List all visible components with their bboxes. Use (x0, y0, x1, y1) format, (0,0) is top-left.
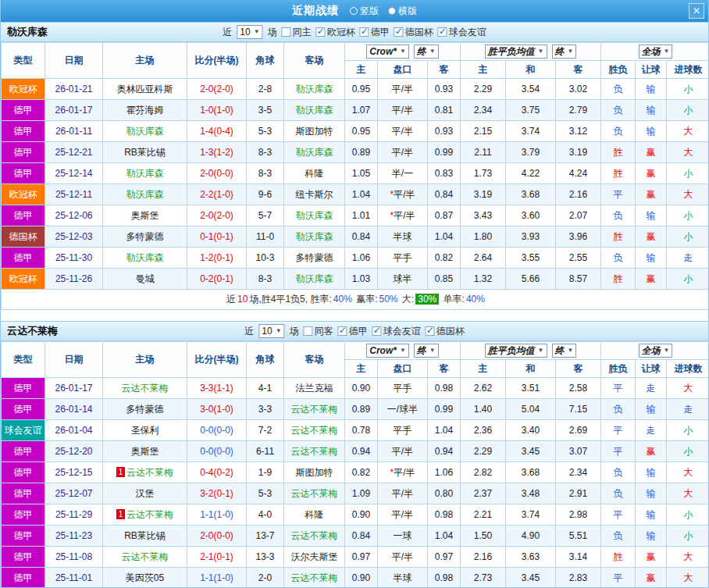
summary-segment: 40% (466, 294, 485, 305)
corners: 1-9 (247, 462, 284, 483)
home-team[interactable]: 奥林匹亚科斯 (103, 79, 187, 100)
home-team[interactable]: 曼城 (103, 269, 187, 290)
filter-checkbox[interactable]: 德甲 (360, 26, 390, 39)
away-team[interactable]: 法兰克福 (284, 378, 345, 399)
away-team[interactable]: 云达不莱梅 (284, 420, 345, 441)
odds-company-select[interactable]: Crow*▼ (366, 344, 409, 358)
scope-select[interactable]: 全场▼ (639, 45, 673, 59)
radio-horizontal-layout[interactable]: 横版 (388, 5, 417, 18)
corners: 3-3 (247, 399, 284, 420)
away-team[interactable]: 云达不莱梅 (284, 399, 345, 420)
filter-checkbox[interactable]: 球会友谊 (438, 26, 486, 39)
away-team[interactable]: 多特蒙德 (284, 248, 345, 269)
col-home: 主场 (103, 342, 187, 378)
asian-home-odds: 0.89 (345, 142, 378, 163)
radio-vertical-layout[interactable]: 竖版 (350, 5, 379, 18)
filter-checkbox[interactable]: 德甲 (338, 325, 368, 338)
away-team[interactable]: 斯图加特 (284, 462, 345, 483)
europe-home-odds: 1.80 (461, 226, 506, 248)
europe-avg-select[interactable]: 胜平负均值▼ (485, 344, 547, 358)
home-team[interactable]: 霍芬海姆 (103, 100, 187, 121)
away-team[interactable]: 纽卡斯尔 (284, 184, 345, 205)
away-team[interactable]: 云达不莱梅 (284, 483, 345, 504)
match-row: 球会友谊26-01-04圣保利0-0(0-0)7-2云达不莱梅0.78平手1.0… (2, 420, 709, 441)
europe-time-select[interactable]: 终▼ (552, 45, 577, 59)
home-team[interactable]: 圣保利 (103, 420, 187, 441)
league-badge: 德甲 (2, 483, 45, 504)
asian-home-odds: 1.03 (345, 269, 378, 290)
radio-icon (350, 7, 358, 15)
home-team[interactable]: 多特蒙德 (103, 226, 187, 248)
home-team[interactable]: 勒沃库森 (103, 121, 187, 142)
red-card-badge: 1 (116, 467, 125, 477)
home-team[interactable]: 汉堡 (103, 483, 187, 504)
corners: 7-2 (247, 420, 284, 441)
odds-company-select[interactable]: Crow*▼ (366, 45, 409, 59)
match-row: 德甲26-01-11勒沃库森1-4(0-4)5-3斯图加特0.95平/半0.93… (2, 121, 709, 142)
scope-select[interactable]: 全场▼ (639, 344, 673, 358)
away-team[interactable]: 云达不莱梅 (284, 441, 345, 462)
filter-checkbox[interactable]: 球会友谊 (372, 325, 421, 338)
asian-home-odds: 0.95 (345, 79, 378, 100)
home-team[interactable]: 多特蒙德 (103, 399, 187, 420)
close-icon[interactable]: ✕ (689, 3, 704, 19)
recent-count-select[interactable]: 10▼ (237, 25, 262, 39)
away-team[interactable]: 沃尔夫斯堡 (284, 547, 345, 568)
checkbox-icon (316, 27, 326, 37)
filter-checkbox[interactable]: 同主 (282, 26, 312, 39)
away-team[interactable]: 云达不莱梅 (284, 526, 345, 547)
match-row: 德甲25-12-14勒沃库森2-0(0-0)8-3科隆1.05半/一0.831.… (2, 163, 709, 184)
asian-handicap: 平/半 (378, 142, 428, 163)
filter-checkbox[interactable]: 德国杯 (426, 325, 465, 338)
col-asia-away: 客 (428, 360, 461, 378)
europe-draw-odds: 3.48 (506, 483, 556, 504)
home-team[interactable]: 勒沃库森 (103, 163, 187, 184)
home-team[interactable]: 1云达不莱梅 (103, 504, 187, 526)
recent-count-select[interactable]: 10▼ (258, 324, 284, 338)
europe-odds-header: 胜平负均值▼ 终▼ (461, 342, 601, 360)
match-date: 25-12-14 (45, 163, 103, 184)
away-team[interactable]: 科隆 (284, 163, 345, 184)
home-team[interactable]: 云达不莱梅 (103, 378, 187, 399)
home-team[interactable]: 1云达不莱梅 (103, 462, 187, 483)
filter-checkbox[interactable]: 同客 (304, 325, 333, 338)
home-team[interactable]: 奥斯堡 (103, 205, 187, 226)
europe-time-select[interactable]: 终▼ (552, 344, 577, 358)
home-team[interactable]: RB莱比锡 (103, 526, 187, 547)
home-team[interactable]: 奥斯堡 (103, 441, 187, 462)
checkbox-icon (282, 27, 291, 37)
home-team[interactable]: RB莱比锡 (103, 142, 187, 163)
away-team[interactable]: 勒沃库森 (284, 79, 345, 100)
home-team[interactable]: 云达不莱梅 (103, 547, 187, 568)
away-team[interactable]: 云达不莱梅 (284, 568, 345, 588)
corners: 4-0 (247, 504, 284, 526)
europe-home-odds: 2.21 (461, 504, 506, 526)
away-team[interactable]: 勒沃库森 (284, 100, 345, 121)
result-goals: 大 (667, 142, 709, 163)
home-team[interactable]: 勒沃库森 (103, 248, 187, 269)
result-goals: 小 (667, 226, 709, 248)
col-eu-away: 客 (556, 360, 601, 378)
away-team[interactable]: 斯图加特 (284, 121, 345, 142)
home-team[interactable]: 勒沃库森 (103, 184, 187, 205)
odds-time-select[interactable]: 终▼ (414, 45, 439, 59)
europe-draw-odds: 3.45 (506, 441, 556, 462)
away-team[interactable]: 科隆 (284, 504, 345, 526)
result-winlose: 负 (601, 248, 636, 269)
europe-draw-odds: 3.63 (506, 547, 556, 568)
away-team[interactable]: 勒沃库森 (284, 205, 345, 226)
europe-draw-odds: 3.45 (506, 568, 556, 588)
live-odds-star: * (390, 189, 394, 200)
filter-checkbox[interactable]: 德国杯 (394, 26, 433, 39)
odds-time-select[interactable]: 终▼ (414, 344, 439, 358)
league-badge: 德甲 (2, 568, 45, 588)
europe-avg-select[interactable]: 胜平负均值▼ (485, 45, 547, 59)
match-row: 德甲26-01-17云达不莱梅3-3(1-1)4-1法兰克福0.90平手0.98… (2, 378, 709, 399)
titlebar: 近期战绩 竖版 横版 ✕ (1, 0, 708, 22)
away-team[interactable]: 勒沃库森 (284, 226, 345, 248)
home-team[interactable]: 美因茨05 (103, 568, 187, 588)
col-home: 主场 (103, 43, 187, 79)
filter-checkbox[interactable]: 欧冠杯 (316, 26, 355, 39)
away-team[interactable]: 勒沃库森 (284, 269, 345, 290)
away-team[interactable]: 勒沃库森 (284, 142, 345, 163)
